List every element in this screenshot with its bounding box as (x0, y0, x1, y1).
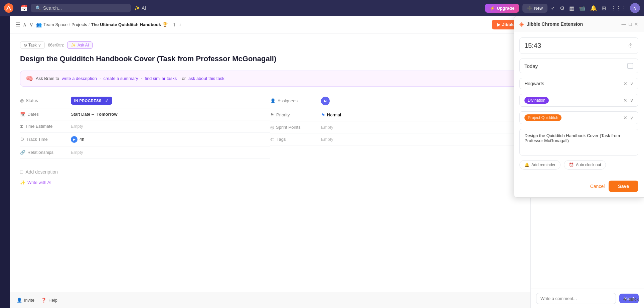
video-icon[interactable]: 📹 (579, 5, 586, 11)
search-icon: 🔍 (35, 5, 41, 11)
breadcrumb-page[interactable]: The Ultimate Quidditch Handbook 🏆 (91, 22, 167, 27)
tags-icon: 🏷 (270, 137, 275, 142)
jibble-autoclock-button[interactable]: ⏰ Auto clock out (564, 160, 606, 170)
jibble-tag2-chevron[interactable]: ∨ (630, 115, 633, 120)
sprint-icon: ◎ (270, 125, 274, 130)
jibble-close-button[interactable]: ✕ (634, 21, 638, 27)
add-icon[interactable]: + (179, 22, 182, 27)
dates-value[interactable]: Start Date – Tomorrow (71, 112, 118, 117)
brain-summary-link[interactable]: create a summary (104, 76, 138, 81)
jibble-time-field[interactable]: 15:43 ⏱ (519, 37, 638, 54)
jibble-tag1-field[interactable]: Divination ✕ ∨ (519, 94, 638, 107)
assignees-field: 👤 Assignees N (270, 93, 520, 109)
breadcrumb-team-space[interactable]: 👥 Team Space (36, 22, 67, 27)
ai-button[interactable]: ✨ AI (134, 5, 146, 11)
content-area: ☰ ∧ ∨ 👥 Team Space / Projects / The Ulti… (10, 16, 530, 308)
priority-field: ⚑ Priority ⚑ Normal (270, 109, 520, 121)
ask-ai-button[interactable]: ✨ Ask AI (67, 41, 93, 49)
sidebar-toggle[interactable]: ☰ (15, 21, 20, 28)
jibble-clock-icon: ⏱ (628, 43, 633, 49)
jibble-date-field[interactable]: Today (519, 59, 638, 73)
task-type-badge[interactable]: ⊙ Task ∨ (20, 41, 45, 49)
time-estimate-icon: ⧗ (20, 124, 23, 129)
jibble-tag1-clear[interactable]: ✕ (623, 98, 627, 103)
jibble-workspace-value: Hogwarts (524, 81, 621, 86)
settings-icon[interactable]: ⚙ (560, 5, 565, 11)
write-ai-icon: ✨ (20, 180, 25, 185)
assignees-icon: 👤 (270, 98, 276, 103)
jibble-note-textarea[interactable]: Design the Quidditch Handbook Cover (Tas… (519, 129, 638, 156)
jibble-workspace-chevron[interactable]: ∨ (630, 81, 633, 86)
slack-icon: # (623, 296, 627, 303)
write-ai-btn[interactable]: ✨ Write with AI (20, 177, 520, 188)
play-icon[interactable]: ▶ (71, 136, 77, 143)
share-icon[interactable]: ⬆ (172, 22, 176, 27)
table-icon[interactable]: ▦ (569, 5, 574, 11)
time-estimate-value[interactable]: Empty (71, 124, 83, 129)
upgrade-button[interactable]: ⚡ Upgrade (485, 4, 519, 13)
priority-value[interactable]: ⚑ Normal (321, 112, 341, 118)
time-estimate-label: ⧗ Time Estimate (20, 124, 67, 129)
priority-icon: ⚑ (270, 112, 274, 117)
app-logo[interactable] (4, 3, 13, 13)
jibble-maximize-button[interactable]: □ (629, 21, 632, 27)
status-value[interactable]: IN PROGRESS ✓ (71, 97, 112, 105)
task-badge-chevron: ∨ (38, 43, 41, 47)
search-bar[interactable]: 🔍 Search... (31, 4, 131, 12)
jibble-cancel-button[interactable]: Cancel (590, 184, 605, 189)
relationships-field: 🔗 Relationships Empty (20, 146, 270, 159)
help-button[interactable]: ❓ Help (41, 298, 57, 303)
relationships-label: 🔗 Relationships (20, 150, 67, 155)
breadcrumb-bar: ☰ ∧ ∨ 👥 Team Space / Projects / The Ulti… (10, 16, 530, 33)
flag-icon: ⚑ (321, 112, 325, 118)
topbar: 📅 🔍 Search... ✨ AI ⚡ Upgrade ➕ New ✓ ⚙ ▦… (0, 0, 644, 16)
new-button[interactable]: ➕ New (522, 4, 547, 13)
jibble-tag1-value: Divination (524, 97, 549, 104)
invite-button[interactable]: 👤 Invite (17, 298, 34, 303)
breadcrumb-projects[interactable]: Projects (71, 22, 87, 27)
jibble-reminder-button[interactable]: 🔔 Add reminder (519, 160, 560, 170)
user-avatar[interactable]: N (630, 3, 640, 13)
alarm-icon[interactable]: 🔔 (590, 5, 597, 11)
jibble-time-value: 15:43 (524, 42, 628, 49)
jibble-workspace-field[interactable]: Hogwarts ✕ ∨ (519, 78, 638, 89)
calendar-icon[interactable]: 📅 (20, 4, 27, 12)
jibble-save-button[interactable]: Save (609, 181, 638, 192)
jibble-date-checkbox[interactable] (627, 63, 633, 69)
jibble-tag1-chevron[interactable]: ∨ (630, 98, 633, 103)
task-header-row: ⊙ Task ∨ 86er0ttrz ✨ Ask AI (20, 41, 520, 49)
jibble-actions-row: 🔔 Add reminder ⏰ Auto clock out (519, 160, 638, 170)
jibble-workspace-clear[interactable]: ✕ (623, 81, 627, 86)
track-time-label: ⏱ Track Time (20, 137, 67, 142)
tags-field: 🏷 Tags Empty (270, 133, 520, 145)
fields-grid: ◎ Status IN PROGRESS ✓ 📅 Dates (20, 93, 520, 159)
status-label: ◎ Status (20, 98, 67, 103)
brain-about-link[interactable]: ask about this task (188, 76, 224, 81)
task-title[interactable]: Design the Quidditch Handbook Cover (Tas… (20, 54, 520, 64)
check-icon[interactable]: ✓ (551, 5, 555, 11)
tags-value[interactable]: Empty (321, 137, 333, 142)
assignee-avatar[interactable]: N (321, 97, 330, 105)
track-time-value[interactable]: ▶ 4h (71, 136, 84, 143)
sprint-value[interactable]: Empty (321, 125, 333, 130)
brain-write-link[interactable]: write a description (62, 76, 97, 81)
layout-icon[interactable]: ⊞ (602, 5, 606, 11)
relationships-value[interactable]: Empty (71, 150, 83, 155)
jibble-minimize-button[interactable]: — (622, 21, 626, 27)
team-icon: 👥 (36, 22, 42, 27)
time-estimate-field: ⧗ Time Estimate Empty (20, 120, 270, 133)
status-check-icon: ✓ (105, 98, 109, 103)
nav-up[interactable]: ∧ (23, 21, 27, 28)
jibble-titlebar: ◈ Jibble Chrome Extension — □ ✕ (514, 16, 644, 32)
add-description-btn[interactable]: □ Add description (20, 167, 520, 177)
brain-similar-link[interactable]: find similar tasks (145, 76, 177, 81)
grid-icon[interactable]: ⋮⋮⋮ (611, 5, 627, 11)
jibble-tag2-field[interactable]: Project Quidditch ✕ ∨ (519, 111, 638, 124)
assignees-label: 👤 Assignees (270, 98, 317, 103)
comment-input[interactable] (536, 293, 616, 304)
tags-label: 🏷 Tags (270, 137, 317, 142)
jibble-tag2-clear[interactable]: ✕ (623, 115, 627, 120)
track-time-field: ⏱ Track Time ▶ 4h (20, 133, 270, 146)
reminder-icon: 🔔 (524, 163, 529, 167)
nav-down[interactable]: ∨ (29, 21, 33, 28)
